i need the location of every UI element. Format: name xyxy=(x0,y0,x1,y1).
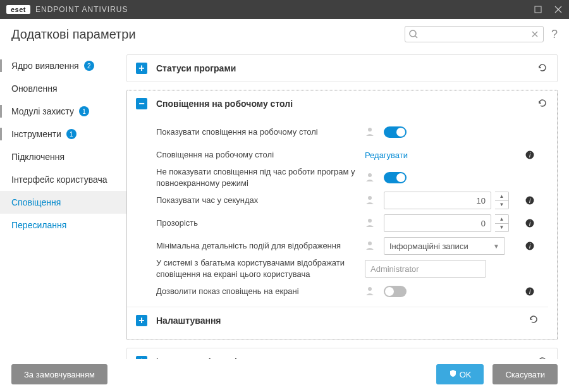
button-label: OK xyxy=(460,370,472,379)
chevron-down-icon[interactable]: ▼ xyxy=(495,201,508,209)
multiuser-input[interactable] xyxy=(365,260,486,278)
brand-logo: eset xyxy=(6,5,30,14)
setting-label: Мінімальна детальність подій для відобра… xyxy=(156,240,365,252)
svg-point-15 xyxy=(368,287,372,291)
sidebar-item-update[interactable]: Оновлення xyxy=(0,77,126,100)
badge: 1 xyxy=(79,106,89,116)
svg-point-9 xyxy=(368,219,372,223)
chevron-down-icon[interactable]: ▼ xyxy=(495,224,508,232)
sidebar-item-detection[interactable]: Ядро виявлення2 xyxy=(0,54,126,77)
sidebar-item-label: Інтерфейс користувача xyxy=(11,175,107,185)
help-icon[interactable]: ? xyxy=(551,28,558,41)
sidebar-sub-forwarding[interactable]: Пересилання xyxy=(0,214,126,236)
sidebar-item-ui[interactable]: Інтерфейс користувача xyxy=(0,168,126,191)
info-icon[interactable]: i xyxy=(523,219,537,228)
badge: 1 xyxy=(66,129,76,139)
default-button[interactable]: За замовчуванням xyxy=(11,364,107,384)
undo-icon[interactable] xyxy=(537,62,548,75)
collapse-icon: − xyxy=(136,98,147,109)
chevron-up-icon[interactable]: ▲ xyxy=(495,215,508,224)
setting-label: Сповіщення на робочому столі xyxy=(156,149,365,161)
search-input[interactable] xyxy=(405,26,544,42)
panel-app-status: + Статуси програми xyxy=(126,54,558,82)
user-icon xyxy=(365,286,375,298)
info-icon[interactable]: i xyxy=(523,242,537,250)
panel-desktop-notifications: − Сповіщення на робочому столі Показуват… xyxy=(126,90,558,340)
sidebar-item-label: Пересилання xyxy=(11,220,66,230)
badge: 2 xyxy=(84,61,94,71)
cancel-button[interactable]: Скасувати xyxy=(493,364,558,384)
setting-label: Прозорість xyxy=(156,217,365,229)
panel-header-app-status[interactable]: + Статуси програми xyxy=(127,55,557,82)
main-content: + Статуси програми − Сповіщення на робоч… xyxy=(126,49,569,359)
search-clear-icon[interactable] xyxy=(530,29,540,39)
user-icon xyxy=(365,172,375,184)
setting-label: У системі з багатьма користувачами відоб… xyxy=(156,257,365,279)
svg-point-1 xyxy=(410,30,416,37)
sidebar-item-label: Підключення xyxy=(11,152,64,162)
sidebar-item-label: Сповіщення xyxy=(11,197,61,207)
chevron-up-icon[interactable]: ▲ xyxy=(495,192,508,201)
sidebar-item-protection[interactable]: Модулі захисту1 xyxy=(0,100,126,123)
expand-icon: + xyxy=(136,315,147,326)
info-icon[interactable]: i xyxy=(523,287,537,296)
user-icon xyxy=(365,126,375,138)
edit-link[interactable]: Редагувати xyxy=(365,150,408,160)
setting-label: Не показувати сповіщення під час роботи … xyxy=(156,166,365,188)
row-allow-onscreen: Дозволити показ сповіщень на екрані i xyxy=(156,280,548,303)
user-icon xyxy=(365,217,375,230)
titlebar: eset ENDPOINT ANTIVIRUS xyxy=(0,0,569,19)
svg-point-6 xyxy=(368,196,372,200)
toggle-show-desktop[interactable] xyxy=(384,126,407,138)
sidebar-sub-notifications[interactable]: Сповіщення xyxy=(0,191,126,214)
sidebar-item-connection[interactable]: Підключення xyxy=(0,145,126,168)
undo-icon[interactable] xyxy=(537,97,548,111)
seconds-spinner[interactable]: ▲▼ xyxy=(495,192,509,209)
setting-label: Показувати час у секундах xyxy=(156,195,365,206)
transparency-input[interactable] xyxy=(384,214,491,232)
select-value: Інформаційні записи xyxy=(389,242,468,251)
user-icon xyxy=(365,195,375,207)
chevron-down-icon: ▼ xyxy=(493,243,499,250)
sidebar: Ядро виявлення2 Оновлення Модулі захисту… xyxy=(0,49,126,359)
window-close-icon[interactable] xyxy=(554,5,563,14)
row-verbosity: Мінімальна детальність подій для відобра… xyxy=(156,235,548,257)
product-name: ENDPOINT ANTIVIRUS xyxy=(35,5,128,14)
panel-header-desktop[interactable]: − Сповіщення на робочому столі xyxy=(127,90,557,117)
undo-icon[interactable] xyxy=(528,314,539,327)
footer: За замовчуванням OK Скасувати xyxy=(0,357,569,392)
sidebar-item-tools[interactable]: Інструменти1 xyxy=(0,123,126,145)
svg-point-2 xyxy=(368,128,372,132)
row-seconds: Показувати час у секундах ▲▼ i xyxy=(156,189,548,212)
shield-icon xyxy=(449,369,457,379)
row-fullscreen: Не показувати сповіщення під час роботи … xyxy=(156,166,548,189)
window-maximize-icon[interactable] xyxy=(534,5,542,14)
svg-point-5 xyxy=(368,173,372,177)
sidebar-item-label: Інструменти xyxy=(11,129,61,139)
toggle-fullscreen[interactable] xyxy=(384,172,407,183)
expand-icon: + xyxy=(136,63,147,74)
row-multiuser: У системі з багатьма користувачами відоб… xyxy=(156,257,548,280)
panel-title: Сповіщення на робочому столі xyxy=(156,99,293,109)
page-title: Додаткові параметри xyxy=(11,27,136,42)
ok-button[interactable]: OK xyxy=(436,364,484,384)
toggle-allow-onscreen[interactable] xyxy=(384,286,407,297)
panel-title: Налаштування xyxy=(156,315,221,326)
panel-title: Статуси програми xyxy=(156,63,236,73)
setting-label: Показувати сповіщення на робочому столі xyxy=(156,126,365,138)
sidebar-item-label: Ядро виявлення xyxy=(11,61,79,71)
info-icon[interactable]: i xyxy=(523,196,537,205)
search-wrap xyxy=(405,26,544,42)
row-edit-desktop: Сповіщення на робочому столі Редагувати … xyxy=(156,144,548,166)
verbosity-select[interactable]: Інформаційні записи▼ xyxy=(384,237,505,255)
info-icon[interactable]: i xyxy=(523,150,537,159)
search-icon xyxy=(408,29,419,39)
panel-header-sub-settings[interactable]: + Налаштування xyxy=(127,307,548,333)
sidebar-item-label: Модулі захисту xyxy=(11,106,74,116)
transparency-spinner[interactable]: ▲▼ xyxy=(495,214,509,232)
sidebar-item-label: Оновлення xyxy=(11,83,58,94)
svg-point-12 xyxy=(368,242,372,245)
seconds-input[interactable] xyxy=(384,192,491,209)
row-transparency: Прозорість ▲▼ i xyxy=(156,212,548,235)
row-show-desktop: Показувати сповіщення на робочому столі xyxy=(156,121,548,144)
